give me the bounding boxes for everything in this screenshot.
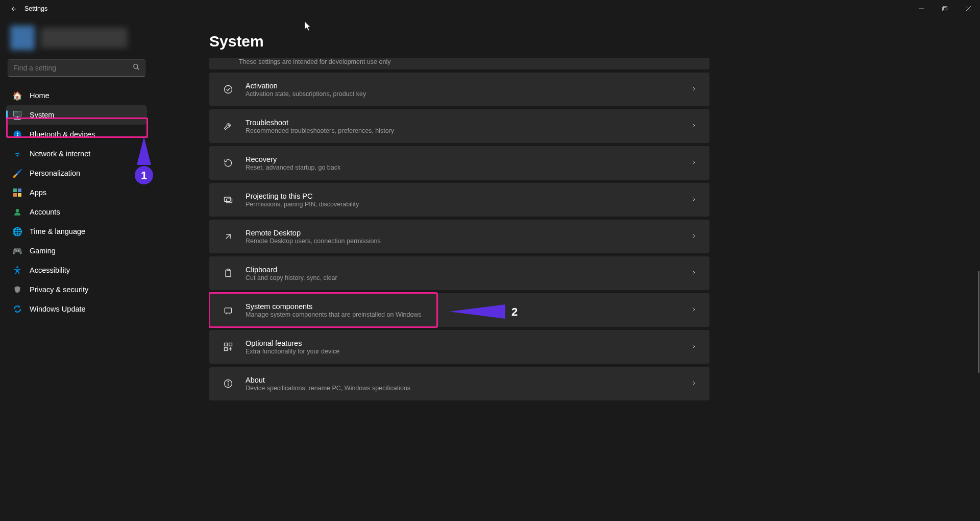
projecting-icon — [222, 195, 234, 205]
svg-rect-10 — [13, 193, 17, 197]
nav-item-system[interactable]: 🖥️System — [6, 105, 147, 125]
svg-rect-2 — [944, 7, 947, 10]
nav-item-personalization[interactable]: 🖌️Personalization — [6, 163, 147, 183]
close-button[interactable] — [957, 0, 980, 17]
nav-item-privacy[interactable]: Privacy & security — [6, 280, 147, 299]
card-troubleshoot[interactable]: TroubleshootRecommended troubleshooters,… — [209, 109, 709, 143]
nav-label: Windows Update — [30, 305, 86, 313]
svg-point-29 — [228, 382, 228, 382]
card-sub: Remote Desktop users, connection permiss… — [246, 238, 381, 245]
card-activation[interactable]: ActivationActivation state, subscription… — [209, 73, 709, 106]
card-about[interactable]: AboutDevice specifications, rename PC, W… — [209, 367, 709, 400]
svg-point-5 — [134, 64, 138, 68]
window-title: Settings — [24, 5, 47, 12]
nav-item-bluetooth[interactable]: Bluetooth & devices — [6, 125, 147, 144]
card-sub: Reset, advanced startup, go back — [246, 164, 340, 171]
card-sub: Cut and copy history, sync, clear — [246, 274, 337, 281]
card-title: Recovery — [246, 155, 340, 163]
scrollbar-thumb[interactable] — [978, 271, 979, 373]
content-area: System These settings are intended for d… — [153, 17, 980, 521]
maximize-button[interactable] — [933, 0, 957, 17]
svg-point-7 — [14, 131, 21, 138]
nav-item-windows-update[interactable]: Windows Update — [6, 299, 147, 319]
nav-label: Network & internet — [30, 150, 90, 158]
svg-rect-11 — [18, 193, 21, 197]
chevron-right-icon — [691, 85, 697, 94]
components-icon — [222, 305, 234, 315]
card-sub: Permissions, pairing PIN, discoverabilit… — [246, 201, 359, 208]
nav-item-network[interactable]: Network & internet — [6, 144, 147, 163]
recovery-icon — [222, 158, 234, 168]
shield-icon — [12, 285, 22, 295]
card-recovery[interactable]: RecoveryReset, advanced startup, go back — [209, 146, 709, 180]
remote-desktop-icon — [222, 231, 234, 242]
system-icon: 🖥️ — [12, 110, 22, 120]
nav-label: Accessibility — [30, 266, 70, 274]
apps-icon — [12, 187, 22, 198]
svg-point-12 — [16, 209, 19, 212]
card-sub: Extra functionality for your device — [246, 348, 339, 355]
features-icon — [222, 342, 234, 352]
card-title: Optional features — [246, 339, 339, 347]
checkmark-circle-icon — [222, 84, 234, 94]
card-developer-cutoff[interactable]: These settings are intended for developm… — [209, 58, 709, 69]
person-icon — [12, 207, 22, 217]
search-box[interactable] — [8, 59, 145, 77]
card-projecting[interactable]: Projecting to this PCPermissions, pairin… — [209, 183, 709, 217]
search-icon — [133, 63, 140, 73]
annotation-arrow-2: 2 — [449, 302, 526, 325]
card-title: Remote Desktop — [246, 229, 381, 237]
chevron-right-icon — [691, 232, 697, 241]
card-sub: These settings are intended for developm… — [239, 58, 390, 65]
card-sub: Device specifications, rename PC, Window… — [246, 385, 410, 392]
search-input[interactable] — [13, 64, 133, 72]
home-icon: 🏠 — [12, 90, 22, 101]
card-clipboard[interactable]: ClipboardCut and copy history, sync, cle… — [209, 256, 709, 290]
wrench-icon — [222, 121, 234, 131]
nav-label: Gaming — [30, 247, 56, 255]
nav-item-accessibility[interactable]: Accessibility — [6, 260, 147, 280]
nav-item-gaming[interactable]: 🎮Gaming — [6, 241, 147, 260]
svg-rect-9 — [18, 188, 21, 192]
back-button[interactable] — [6, 1, 21, 16]
card-remote-desktop[interactable]: Remote DesktopRemote Desktop users, conn… — [209, 220, 709, 253]
gamepad-icon: 🎮 — [12, 246, 22, 256]
card-title: About — [246, 376, 410, 384]
profile-section[interactable] — [5, 17, 148, 58]
profile-name-blurred — [41, 28, 128, 48]
nav-label: System — [30, 111, 54, 119]
card-sub: Recommended troubleshooters, preferences… — [246, 127, 394, 134]
maximize-icon — [942, 6, 947, 11]
nav-label: Apps — [30, 188, 46, 197]
nav-label: Privacy & security — [30, 286, 88, 294]
svg-rect-23 — [229, 343, 232, 346]
chevron-right-icon — [691, 342, 697, 351]
window-controls — [910, 0, 980, 17]
card-title: System components — [246, 302, 422, 311]
nav-item-time-language[interactable]: 🌐Time & language — [6, 222, 147, 241]
chevron-right-icon — [691, 195, 697, 204]
brush-icon: 🖌️ — [12, 168, 22, 178]
chevron-right-icon — [691, 122, 697, 131]
nav-list: 🏠Home 🖥️System Bluetooth & devices Netwo… — [5, 86, 148, 319]
svg-point-13 — [16, 266, 18, 268]
svg-rect-1 — [943, 8, 946, 11]
svg-rect-15 — [225, 197, 231, 201]
chevron-right-icon — [691, 379, 697, 388]
minimize-button[interactable] — [910, 0, 933, 17]
svg-rect-8 — [13, 188, 17, 192]
nav-item-home[interactable]: 🏠Home — [6, 86, 147, 105]
avatar — [10, 26, 35, 50]
bluetooth-icon — [12, 129, 22, 139]
svg-rect-19 — [225, 308, 231, 313]
card-optional-features[interactable]: Optional featuresExtra functionality for… — [209, 330, 709, 364]
card-system-components[interactable]: System componentsManage system component… — [209, 293, 709, 327]
svg-rect-24 — [225, 348, 228, 351]
info-icon — [222, 378, 234, 389]
globe-clock-icon: 🌐 — [12, 226, 22, 236]
accessibility-icon — [12, 265, 22, 275]
scrollbar[interactable] — [977, 51, 980, 521]
nav-item-accounts[interactable]: Accounts — [6, 202, 147, 222]
chevron-right-icon — [691, 269, 697, 278]
nav-item-apps[interactable]: Apps — [6, 183, 147, 202]
